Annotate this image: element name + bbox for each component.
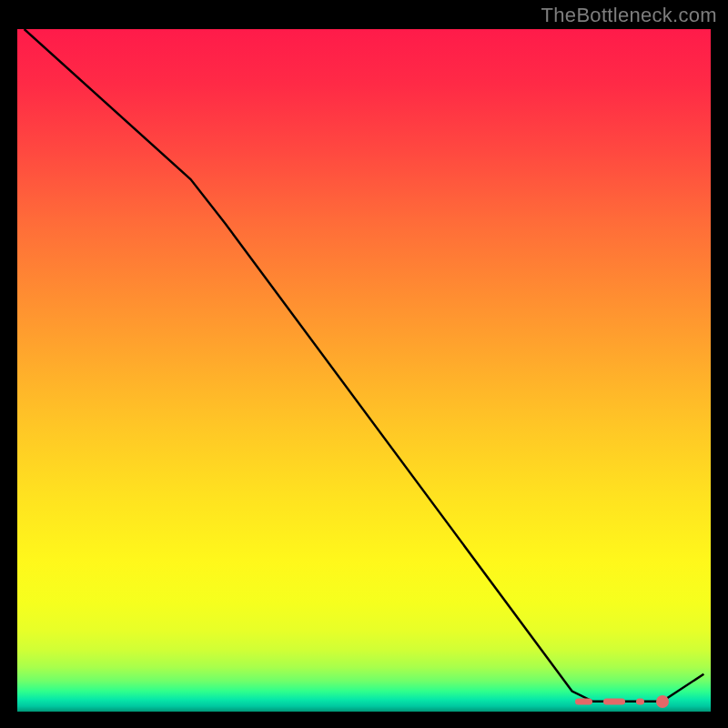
curve-path xyxy=(25,29,704,702)
chart-frame: TheBottleneck.com xyxy=(0,0,728,728)
line-chart-svg xyxy=(17,29,711,712)
attribution-text: TheBottleneck.com xyxy=(541,4,717,27)
dash-0 xyxy=(575,698,592,704)
dash-2 xyxy=(636,698,644,704)
dash-1 xyxy=(603,698,625,704)
marker-1 xyxy=(656,695,669,708)
